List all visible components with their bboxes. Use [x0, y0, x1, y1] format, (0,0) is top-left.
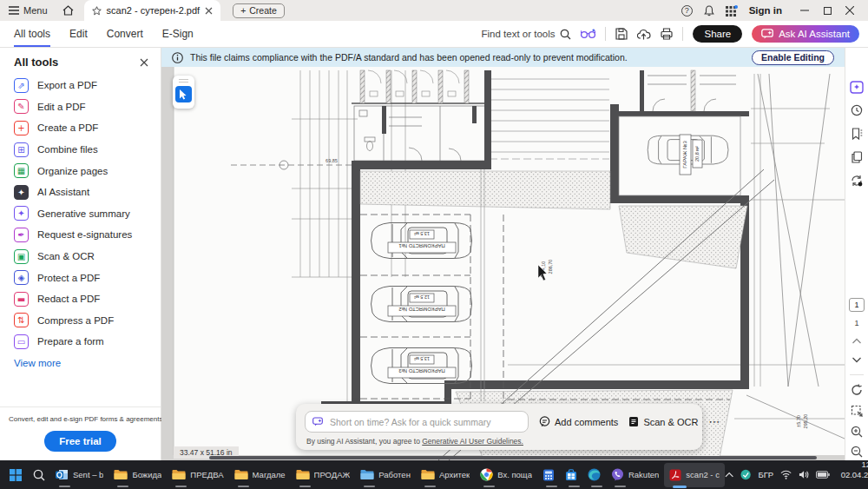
tab-convert[interactable]: Convert [107, 21, 143, 47]
wifi-icon[interactable] [780, 470, 792, 479]
taskbar-search-button[interactable] [28, 460, 50, 489]
sidebar-item-create-pdf[interactable]: +Create a PDF [0, 117, 161, 139]
ai-summary-input[interactable] [328, 416, 521, 428]
request-esignatures-icon: ✒ [14, 228, 29, 242]
select-tool-button[interactable] [175, 86, 192, 102]
taskbar-app-acrobat[interactable]: scan2 - c [664, 463, 725, 487]
battery-icon[interactable] [816, 471, 830, 479]
ai-reading-glasses-icon[interactable] [581, 29, 595, 39]
menu-button[interactable]: Menu [0, 5, 56, 16]
ai-assistant-bar: Add comments Scan & OCR ⋯ By using AI As… [296, 404, 702, 450]
outlook-icon [56, 468, 69, 481]
sidebar-item-ai-assistant[interactable]: ✦AI Assistant [0, 182, 161, 203]
start-button[interactable] [3, 460, 28, 489]
close-button[interactable] [838, 0, 861, 21]
page-thumbnails-rail-button[interactable] [852, 151, 863, 163]
taskbar-app-store[interactable] [560, 460, 582, 489]
sidebar-item-export-pdf[interactable]: ⇗Export a PDF [0, 75, 161, 96]
protect-pdf-icon: ◈ [14, 270, 29, 285]
horizontal-scrollbar[interactable] [209, 456, 817, 459]
sign-in-button[interactable]: Sign in [749, 5, 782, 16]
sidebar-item-protect-pdf[interactable]: ◈Protect a PDF [0, 267, 161, 288]
page-number-box[interactable] [849, 298, 865, 312]
apps-grid-icon[interactable] [726, 5, 738, 17]
taskbar-folder-magdale[interactable]: Магдале [229, 460, 291, 489]
page-number-input[interactable] [850, 299, 864, 311]
find-text-button[interactable]: Find text or tools [481, 29, 571, 40]
enable-editing-button[interactable]: Enable Editing [752, 50, 834, 65]
taskbar-folder-prodazh[interactable]: ПРОДАЖ [291, 460, 356, 489]
volume-icon[interactable] [799, 470, 809, 479]
notification-dot [734, 5, 738, 9]
print-icon[interactable] [661, 28, 673, 40]
sidebar-item-organize-pages[interactable]: ▦Organize pages [0, 160, 161, 182]
taskbar-app-chrome[interactable]: Вх. поща [475, 460, 537, 489]
ask-ai-assistant-button[interactable]: Ask AI Assistant [752, 25, 859, 43]
save-icon[interactable] [615, 28, 628, 40]
next-page-button[interactable] [852, 357, 862, 363]
elevation-absolute-2: 295,20 [803, 414, 808, 429]
minimize-button[interactable] [793, 0, 816, 21]
panel-close-button[interactable] [140, 58, 148, 67]
sidebar-item-prepare-form[interactable]: ▭Prepare a form [0, 331, 161, 353]
sidebar-item-scan-ocr[interactable]: ▣Scan & OCR [0, 246, 161, 268]
toolbar: All tools Edit Convert E-Sign Find text … [0, 21, 868, 48]
bookmarks-rail-button[interactable] [852, 128, 863, 140]
scan-ocr-button[interactable]: Scan & OCR [628, 416, 698, 427]
sidebar-item-redact-pdf[interactable]: ▬Redact a PDF [0, 288, 161, 310]
sidebar-item-compress-pdf[interactable]: ⇅Compress a PDF [0, 310, 161, 332]
help-icon[interactable]: ? [681, 5, 693, 17]
home-button[interactable] [56, 5, 81, 16]
tray-app-icon[interactable] [740, 469, 751, 480]
previous-page-button[interactable] [852, 338, 862, 344]
cloud-upload-icon[interactable] [637, 29, 651, 40]
generative-summary-rail-button[interactable] [850, 81, 864, 94]
floating-tool-widget[interactable] [173, 76, 194, 109]
comment-icon [539, 416, 550, 427]
pdf-page-basement-plan: 69,85 [161, 67, 845, 460]
taskbar-app-calculator[interactable] [537, 460, 560, 489]
convert-rail-button[interactable] [851, 175, 863, 187]
sidebar-item-generative-summary[interactable]: ✦Generative summary [0, 203, 161, 225]
tab-all-tools[interactable]: All tools [14, 21, 50, 47]
taskbar-app-outlook[interactable]: Sent – b [50, 460, 108, 489]
tray-expand-chevron[interactable] [725, 472, 733, 478]
zoom-in-button[interactable] [851, 426, 863, 438]
snapshot-marquee-button[interactable] [851, 405, 863, 417]
taskbar-folder-arhitek[interactable]: Архитек [416, 460, 475, 489]
share-button[interactable]: Share [693, 25, 742, 43]
sidebar-item-request-esignatures[interactable]: ✒Request e-signatures [0, 224, 161, 246]
taskbar-folder-predva[interactable]: ПРЕДВА [167, 460, 228, 489]
maximize-button[interactable] [816, 0, 838, 21]
taskbar-clock[interactable]: 12:41 02.04.2026 г. [837, 459, 868, 489]
cursor-arrow-icon [179, 89, 188, 100]
free-trial-button[interactable]: Free trial [44, 431, 116, 452]
chrome-icon [480, 468, 493, 481]
ai-summary-input-wrap[interactable] [305, 411, 529, 433]
taskbar-app-viber[interactable]: Rakuten [606, 460, 664, 489]
rotate-page-button[interactable] [851, 384, 863, 396]
document-tab[interactable]: scan2 - сутерен-2.pdf [84, 0, 221, 21]
history-rail-button[interactable] [851, 104, 863, 116]
view-more-link[interactable]: View more [0, 353, 161, 373]
notifications-bell-icon[interactable] [704, 5, 714, 17]
taskbar-folder-raboten[interactable]: Работен [355, 460, 416, 489]
sidebar-item-combine-files[interactable]: ⊞Combine files [0, 139, 161, 161]
combine-files-icon: ⊞ [14, 142, 29, 157]
language-indicator[interactable]: БГР [758, 470, 773, 479]
create-tab-button[interactable]: + Create [233, 3, 285, 18]
taskbar-app-edge[interactable] [582, 460, 606, 489]
viber-icon [611, 468, 624, 481]
drag-handle[interactable] [175, 78, 192, 83]
tab-close-icon[interactable] [205, 7, 213, 15]
tab-edit[interactable]: Edit [69, 21, 88, 47]
sidebar-item-edit-pdf[interactable]: ✎Edit a PDF [0, 96, 161, 118]
ai-chat-icon [761, 29, 773, 39]
zoom-out-button[interactable] [851, 446, 863, 458]
more-options-icon[interactable]: ⋯ [708, 415, 720, 428]
parking-space-2-area: 12,5 м² [414, 294, 430, 300]
taskbar-folder-bozhidar[interactable]: Божида [108, 460, 167, 489]
guidelines-link[interactable]: Generative AI User Guidelines. [422, 437, 523, 446]
tab-esign[interactable]: E-Sign [162, 21, 194, 47]
add-comments-button[interactable]: Add comments [539, 416, 618, 427]
